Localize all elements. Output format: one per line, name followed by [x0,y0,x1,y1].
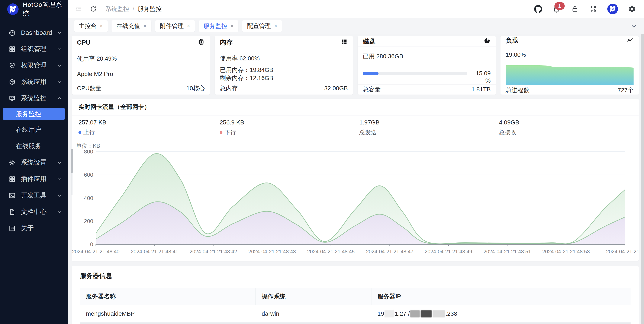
network-traffic-chart[interactable]: 0200400600800单位：KB2024-04-21 21:48:40202… [72,141,639,261]
net-stat-value: 256.9 KB [220,119,244,126]
svg-text:2024-04-21 21:48:40: 2024-04-21 21:48:40 [72,249,120,254]
table-row[interactable]: mengshuaideMBP darwin 191.27 / .238 [80,305,630,322]
redacted-ip-segment [421,310,432,317]
card-load: 负载 19.00% 总进程数 727个 [500,36,639,95]
svg-text:2024-04-21 21:48:43: 2024-04-21 21:48:43 [248,249,296,254]
server-ip-cell: 191.27 / .238 [372,305,630,322]
disk-usage-percent: 15.09% [471,70,491,84]
tab-close-icon[interactable]: × [100,23,103,29]
svg-text:2024-04-21 21:48:51: 2024-04-21 21:48:51 [484,249,531,254]
tab-label: 附件管理 [160,22,184,30]
legend-dot-icon [78,131,81,134]
chevron-down-icon [57,193,62,198]
card-memory-title: 内存 [220,38,233,47]
sidebar-item-7[interactable]: 开发工具 [0,187,68,204]
footer-label: CPU数量 [77,84,102,92]
menu-collapse-icon[interactable] [74,5,83,13]
card-load-header: 负载 [500,36,639,45]
footer-label: 总内存 [220,84,238,92]
footer-label: 总容量 [363,85,381,94]
sidebar-item-5[interactable]: 系统设置 [0,154,68,171]
column-header-0[interactable]: 服务器名称 [80,288,256,305]
chevron-down-icon [57,209,62,215]
tab-4[interactable]: 配置管理× [242,20,282,32]
net-stat-value: 4.09GB [499,119,519,126]
tab-close-icon[interactable]: × [143,23,146,29]
sidebar-item-0[interactable]: Dashboard [0,24,68,41]
svg-text:2024-04-21 21:48:42: 2024-04-21 21:48:42 [190,249,237,254]
memory-grid-icon [340,38,348,46]
card-load-footer: 总进程数 727个 [500,86,639,95]
refresh-icon[interactable] [89,5,98,13]
tab-2[interactable]: 附件管理× [155,20,195,32]
column-header-2[interactable]: 服务器IP [372,288,630,305]
sidebar-subitem-4-2[interactable]: 在线服务 [0,138,68,154]
breadcrumb-section[interactable]: 系统监控 [105,5,129,13]
svg-text:2024-04-21 21:48:47: 2024-04-21 21:48:47 [366,249,414,254]
card-disk-line-0: 已用 280.36GB [363,52,491,60]
about-icon [8,225,16,232]
dashboard-icon [8,29,16,36]
footer-value: 32.00GB [324,85,348,92]
tab-0[interactable]: 主控台× [74,20,108,32]
tab-close-icon[interactable]: × [187,23,190,29]
user-avatar[interactable] [607,4,618,14]
net-stat-label: 总接收 [499,129,519,136]
net-stat-0: 257.07 KB 上行 [78,119,106,136]
svg-text:单位：KB: 单位：KB [76,143,100,149]
load-trend-icon [626,37,634,45]
server-name-cell: mengshuaideMBP [80,305,256,322]
github-icon[interactable] [534,5,542,13]
logo-row[interactable]: HotGo管理系统 [0,0,68,18]
server-table-header: 服务器名称操作系统服务器IP [80,288,630,305]
disk-pie-icon [484,37,491,45]
svg-text:2024-04-21 21:48:41: 2024-04-21 21:48:41 [131,249,178,254]
card-cpu-footer: CPU数量 10核心 [72,82,210,95]
sidebar-item-1[interactable]: 组织管理 [0,41,68,57]
chevron-down-icon [57,160,62,165]
tab-label: 主控台 [79,22,96,30]
tab-close-icon[interactable]: × [230,23,234,29]
sidebar-item-4[interactable]: 系统监控 [0,90,68,107]
tab-3[interactable]: 服务监控× [199,20,238,32]
column-header-1[interactable]: 操作系统 [256,288,372,305]
chevron-down-icon [57,176,62,182]
content-scrollbar-track [71,173,72,195]
breadcrumb-page[interactable]: 服务监控 [138,5,162,13]
tabs-container: 主控台×在线充值×附件管理×服务监控×配置管理× [74,20,282,32]
redacted-ip-segment [384,310,394,317]
card-memory: 内存 使用率 62.00%已用内存：19.84GB剩余内存：12.16GB 总内… [215,36,353,95]
sidebar-subitem-4-1[interactable]: 在线用户 [0,121,68,138]
notification-bell-icon[interactable]: 1 [552,5,561,13]
tab-1[interactable]: 在线充值× [112,20,151,32]
footer-value: 1.81TB [472,86,491,93]
chevron-down-icon [57,79,62,85]
sidebar-item-2[interactable]: 权限管理 [0,57,68,74]
tab-label: 在线充值 [116,22,140,30]
sidebar-item-6[interactable]: 插件应用 [0,171,68,187]
card-cpu-title: CPU [77,39,90,46]
lock-icon[interactable] [571,5,579,13]
fullscreen-icon[interactable] [589,5,598,13]
server-info-panel: 服务器信息 服务器名称操作系统服务器IP mengshuaideMBP darw… [72,266,639,324]
tab-close-icon[interactable]: × [274,23,277,29]
sidebar-item-8[interactable]: 文档中心 [0,204,68,220]
sidebar-item-label: 系统监控 [21,94,46,103]
breadcrumb: 系统监控 / 服务监控 [105,5,162,13]
card-memory-line-2: 剩余内存：12.16GB [220,74,348,82]
org-grid-icon [8,46,16,53]
settings-gear-icon[interactable] [628,5,636,13]
sidebar-subitem-4-0[interactable]: 服务监控 [3,108,65,120]
disk-usage-progress: 15.09% [363,70,491,84]
hotgo-logo-icon [7,4,18,15]
network-panel-title: 实时网卡流量（全部网卡） [72,99,639,116]
terminal-icon [8,192,16,199]
content-scrollbar-thumb[interactable] [71,149,73,173]
sidebar-item-3[interactable]: 系统应用 [0,74,68,90]
tabs-chevron-down-icon[interactable] [630,22,638,30]
sidebar-item-9[interactable]: 关于 [0,220,68,236]
net-stat-2: 1.97GB 总发送 [359,119,380,136]
server-table: 服务器名称操作系统服务器IP mengshuaideMBP darwin 191… [80,288,630,324]
net-stat-value: 1.97GB [359,119,380,126]
vertical-scrollbar[interactable] [641,34,644,324]
